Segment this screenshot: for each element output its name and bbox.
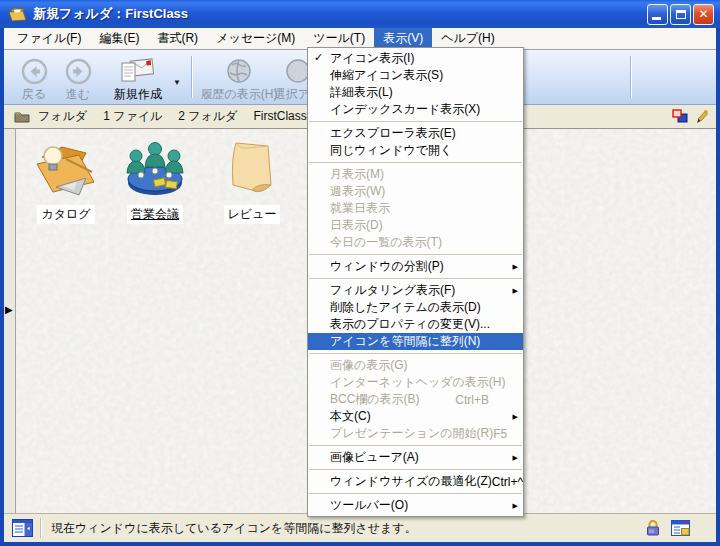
menu-item[interactable]: ツールバー(O)▶	[308, 497, 523, 514]
menubar-item[interactable]: ファイル(F)	[8, 28, 90, 49]
maximize-button[interactable]	[670, 4, 691, 25]
menu-item-label: 削除したアイテムの表示(D)	[330, 299, 481, 316]
menu-item-label: プレゼンテーションの開始(R)	[330, 425, 493, 442]
forward-button[interactable]: 進む	[56, 58, 100, 103]
pencil-icon[interactable]	[696, 108, 708, 124]
history-button[interactable]: 履歴の表示(H)	[200, 57, 278, 103]
menu-item[interactable]: 表示のプロパティの変更(V)...	[308, 316, 523, 333]
menu-item[interactable]: 就業日表示	[308, 200, 523, 217]
menu-item[interactable]: 画像の表示(G)	[308, 357, 523, 374]
menu-item[interactable]: 伸縮アイコン表示(S)	[308, 67, 523, 84]
toolbar-separator	[191, 56, 192, 98]
menu-item-label: 就業日表示	[330, 200, 390, 217]
view-menu: ✓アイコン表示(I)伸縮アイコン表示(S)詳細表示(L)インデックスカード表示(…	[307, 47, 524, 517]
menu-item[interactable]: プレゼンテーションの開始(R)F5	[308, 425, 523, 442]
menu-item-label: アイコンを等間隔に整列(N)	[330, 333, 480, 350]
menubar-item[interactable]: ツール(T)	[304, 28, 374, 49]
menu-item[interactable]: ウィンドウサイズの最適化(Z)Ctrl+^	[308, 473, 523, 490]
menu-item-label: ツールバー(O)	[330, 497, 408, 514]
statusbar: 現在ウィンドウに表示しているアイコンを等間隔に整列させます。	[4, 513, 716, 542]
menu-item[interactable]: エクスプローラ表示(E)	[308, 125, 523, 142]
menu-item-label: 画像ビューア(A)	[330, 449, 419, 466]
menu-item[interactable]: 月表示(M)	[308, 166, 523, 183]
review-document-icon	[218, 139, 286, 199]
submenu-arrow-icon: ▶	[513, 413, 518, 421]
menu-item-label: 今日の一覧の表示(T)	[330, 234, 442, 251]
menu-item-label: アイコン表示(I)	[330, 50, 414, 67]
statusbar-separator	[40, 518, 41, 538]
meeting-conference-icon	[121, 139, 189, 199]
infobar-file-count: 1 ファイル	[103, 108, 162, 125]
history-globe-icon	[225, 57, 253, 85]
history-label: 履歴の表示(H)	[201, 86, 278, 103]
menu-item[interactable]: 本文(C)▶	[308, 408, 523, 425]
desktop-item-label: カタログ	[37, 205, 94, 224]
menu-item-label: ウィンドウサイズの最適化(Z)	[330, 473, 492, 490]
menu-item[interactable]: インターネットヘッダの表示(H)	[308, 374, 523, 391]
back-button[interactable]: 戻る	[12, 58, 56, 103]
desktop-item-meeting[interactable]: 営業会議	[108, 139, 202, 224]
lock-icon	[645, 519, 661, 536]
forward-arrow-icon	[65, 58, 92, 85]
split-pane-icon	[12, 519, 33, 537]
menu-item-label: 週表示(W)	[330, 183, 385, 200]
new-label: 新規作成	[114, 86, 162, 103]
folder-icon	[8, 6, 28, 22]
folder-small-icon	[14, 110, 30, 123]
menu-item[interactable]: 週表示(W)	[308, 183, 523, 200]
menu-item[interactable]: 同じウィンドウで開く	[308, 142, 523, 159]
menu-item-label: インデックスカード表示(X)	[330, 101, 480, 118]
form-window-icon[interactable]	[671, 520, 690, 536]
menu-item-label: BCC欄の表示(B)	[330, 391, 420, 408]
infobar-folder-label: フォルダ	[38, 108, 87, 125]
menu-item-label: 詳細表示(L)	[330, 84, 393, 101]
infobar-folder-count: 2 フォルダ	[178, 108, 237, 125]
menu-item[interactable]: 削除したアイテムの表示(D)	[308, 299, 523, 316]
menu-item[interactable]: フィルタリング表示(F)▶	[308, 282, 523, 299]
menu-item[interactable]: インデックスカード表示(X)	[308, 101, 523, 118]
submenu-arrow-icon: ▶	[513, 454, 518, 462]
menu-item[interactable]: アイコンを等間隔に整列(N)	[308, 333, 523, 350]
menu-item[interactable]: ✓アイコン表示(I)	[308, 50, 523, 67]
menubar-item[interactable]: 書式(R)	[148, 28, 207, 49]
menu-item-label: 表示のプロパティの変更(V)...	[330, 316, 490, 333]
select-all-squares-icon[interactable]	[672, 109, 688, 124]
desktop-item-label: レビュー	[224, 205, 281, 224]
menu-item-label: フィルタリング表示(F)	[330, 282, 455, 299]
pane-expand-handle-icon[interactable]: ▶	[5, 305, 13, 315]
forward-label: 進む	[66, 86, 90, 103]
maximize-icon	[676, 10, 686, 19]
menu-item-label: エクスプローラ表示(E)	[330, 125, 456, 142]
desktop-item-review[interactable]: レビュー	[205, 139, 299, 224]
menubar-item[interactable]: 編集(E)	[90, 28, 148, 49]
menu-item[interactable]: 今日の一覧の表示(T)	[308, 234, 523, 251]
menu-item-label: 伸縮アイコン表示(S)	[330, 67, 443, 84]
menu-item-label: ウィンドウの分割(P)	[330, 258, 444, 275]
menu-item-label: 本文(C)	[330, 408, 371, 425]
minimize-button[interactable]	[647, 4, 668, 25]
menu-item[interactable]: 日表示(D)	[308, 217, 523, 234]
menubar-item[interactable]: 表示(V)	[374, 28, 432, 49]
new-dropdown-arrow-icon[interactable]: ▼	[173, 78, 181, 87]
new-button[interactable]: 新規作成	[106, 57, 170, 103]
menubar-item[interactable]: メッセージ(M)	[207, 28, 304, 49]
new-message-icon	[120, 57, 156, 85]
menu-separator	[309, 254, 522, 255]
menu-item-label: 画像の表示(G)	[330, 357, 408, 374]
titlebar: 新規フォルダ：FirstClass ✕	[0, 0, 720, 28]
menubar-item[interactable]: ヘルプ(H)	[432, 28, 504, 49]
menu-item-label: インターネットヘッダの表示(H)	[330, 374, 505, 391]
split-pane-button[interactable]	[4, 519, 40, 537]
application-window: 新規フォルダ：FirstClass ✕ ファイル(F)編集(E)書式(R)メッセ…	[0, 0, 720, 546]
menu-item[interactable]: 詳細表示(L)	[308, 84, 523, 101]
menu-item[interactable]: ウィンドウの分割(P)▶	[308, 258, 523, 275]
menu-item-label: 月表示(M)	[330, 166, 384, 183]
close-button[interactable]: ✕	[693, 4, 714, 25]
left-pane-gutter	[4, 129, 16, 513]
menu-item[interactable]: 画像ビューア(A)▶	[308, 449, 523, 466]
menu-separator	[309, 493, 522, 494]
desktop-item-catalog[interactable]: カタログ	[19, 139, 113, 224]
menu-item-label: 日表示(D)	[330, 217, 383, 234]
close-icon: ✕	[698, 8, 708, 20]
menu-item[interactable]: BCC欄の表示(B)Ctrl+B	[308, 391, 523, 408]
